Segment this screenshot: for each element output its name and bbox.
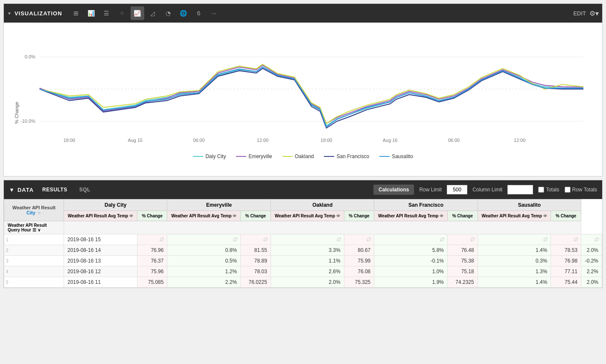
emery-eye-icon[interactable]: 👁 — [233, 214, 236, 218]
scatter-icon[interactable]: ⁘ — [115, 6, 129, 20]
viz-title: ▼ VISUALIZATION — [7, 10, 62, 17]
legend-sausalito: Sausalito — [379, 153, 413, 159]
saus-pct-val: 2.0% — [581, 277, 602, 288]
emery-pct-change-header: % Change — [241, 211, 271, 221]
svg-text:Aug 15: Aug 15 — [128, 137, 143, 142]
saus-pct-val: 2.0% — [581, 245, 602, 256]
emery-avg-val: 78.89 — [241, 256, 271, 266]
row-header-top: Weather API Result — [12, 205, 55, 210]
city-link[interactable]: City → — [26, 210, 41, 215]
sf-header: San Francisco — [374, 199, 478, 211]
sf-pct-val: 1.4% — [478, 277, 551, 288]
settings-icon[interactable]: ⚙▾ — [589, 9, 599, 17]
oakland-label: Oakland — [295, 153, 314, 159]
map-icon[interactable]: 🌐 — [177, 6, 190, 20]
oak-pct-val: 1.0% — [374, 266, 448, 277]
emeryville-color — [236, 156, 246, 157]
line-chart-icon[interactable]: 📈 — [131, 6, 144, 20]
sf-label: San Francisco — [336, 153, 369, 159]
row-number: 4 — [4, 266, 64, 277]
sausalito-color — [379, 156, 390, 157]
sf-avg-val: 75.18 — [448, 266, 478, 277]
table-row: 5 2019-08-16 11 75.085 2.2% 76.0225 2.0%… — [4, 277, 602, 288]
table-row: 1 2019-08-16 15 ∅ ∅ ∅ ∅ ∅ ∅ ∅ ∅ ∅ ∅ — [4, 234, 602, 245]
svg-text:12:00: 12:00 — [514, 137, 525, 142]
sf-avg-val: ∅ — [448, 234, 478, 245]
sausalito-header: Sausalito — [478, 199, 581, 211]
sf-eye-icon[interactable]: 👁 — [440, 214, 443, 218]
area-chart-icon[interactable]: ◿ — [146, 6, 160, 20]
sf-pct-val: 0.3% — [478, 256, 551, 266]
daly-pct-val: 0.8% — [167, 245, 241, 256]
chevron-icon[interactable]: ∨ — [38, 228, 41, 232]
data-toolbar: ▼ DATA RESULTS SQL Calculations Row Limi… — [4, 180, 602, 199]
daly-pct-val: ∅ — [167, 234, 241, 245]
saus-pct-change-header: % Change — [551, 211, 581, 221]
daly-eye-icon[interactable]: 👁 — [129, 214, 133, 218]
sf-pct-val: 1.3% — [478, 266, 551, 277]
oak-pct-change-header: % Change — [344, 211, 374, 221]
daly-avg-val: 76.37 — [137, 256, 167, 266]
table-icon[interactable]: ⊞ — [69, 6, 83, 20]
daly-pct-change-header: % Change — [137, 211, 167, 221]
date-cell: 2019-08-16 13 — [64, 256, 137, 266]
collapse-arrow[interactable]: ▼ — [7, 11, 12, 16]
oak-pct-val: ∅ — [374, 234, 448, 245]
oak-avg-val: 75.99 — [344, 256, 374, 266]
query-hour-header[interactable]: Weather API Result Query Hour ☰ ∨ — [4, 221, 64, 234]
data-collapse-arrow[interactable]: ▼ — [9, 187, 15, 193]
totals-checkbox-label[interactable]: Totals — [538, 187, 559, 193]
row-limit-input[interactable] — [447, 185, 467, 194]
more-icon[interactable]: ··· — [207, 6, 221, 20]
col-limit-input[interactable] — [507, 185, 533, 194]
saus-pct-val: 2.2% — [581, 266, 602, 277]
row-number: 5 — [4, 277, 64, 288]
visualization-panel: ▼ VISUALIZATION ⊞ 📊 ☰ ⁘ 📈 ◿ ◔ 🌐 6 ··· ED… — [3, 3, 603, 176]
data-panel: ▼ DATA RESULTS SQL Calculations Row Limi… — [3, 180, 603, 288]
svg-text:12:00: 12:00 — [257, 137, 268, 142]
list-icon[interactable]: ☰ — [100, 6, 114, 20]
results-tab[interactable]: RESULTS — [39, 185, 71, 194]
line-chart: 0.0% -10.0% 18:00 Aug 15 06:00 12:00 18:… — [14, 29, 592, 149]
svg-text:06:00: 06:00 — [193, 137, 204, 142]
svg-text:18:00: 18:00 — [64, 137, 75, 142]
emeryville-label: Emeryville — [248, 153, 272, 159]
oak-avg-val: 76.08 — [344, 266, 374, 277]
bar-chart-icon[interactable]: 📊 — [84, 6, 98, 20]
daly-avg-val: 75.96 — [137, 266, 167, 277]
daly-pct-val: 1.2% — [167, 266, 241, 277]
oak-eye-icon[interactable]: 👁 — [336, 214, 340, 218]
row-totals-checkbox-label[interactable]: Row Totals — [565, 187, 597, 193]
legend-emeryville: Emeryville — [236, 153, 272, 159]
sf-pct-val: 1.4% — [478, 245, 551, 256]
row-totals-checkbox[interactable] — [565, 187, 571, 193]
table-row: 2 2019-08-16 14 76.96 0.8% 81.55 3.3% 80… — [4, 245, 602, 256]
col-limit-label: Column Limit — [472, 187, 502, 193]
svg-text:Aug 16: Aug 16 — [383, 137, 398, 142]
data-title: ▼ DATA — [9, 187, 34, 193]
saus-eye-icon[interactable]: 👁 — [543, 214, 547, 218]
oak-pct-val: 1.9% — [374, 277, 448, 288]
number-icon[interactable]: 6 — [192, 6, 206, 20]
edit-button[interactable]: EDIT — [573, 10, 586, 17]
sort-icon[interactable]: ☰ — [32, 228, 36, 232]
date-cell: 2019-08-16 12 — [64, 266, 137, 277]
sf-avg-temp-header: Weather API Result Avg Temp 👁 — [374, 211, 448, 221]
row-number: 3 — [4, 256, 64, 266]
pie-chart-icon[interactable]: ◔ — [161, 6, 175, 20]
chart-legend: Daly City Emeryville Oakland San Francis… — [14, 150, 592, 161]
sausalito-label: Sausalito — [392, 153, 413, 159]
calculations-button[interactable]: Calculations — [373, 185, 414, 195]
daly-city-header: Daly City — [64, 199, 167, 211]
emery-pct-val: ∅ — [271, 234, 344, 245]
emery-pct-val: 2.6% — [271, 266, 344, 277]
emery-pct-val: 3.3% — [271, 245, 344, 256]
sql-tab[interactable]: SQL — [76, 185, 94, 194]
emery-pct-val: 1.1% — [271, 256, 344, 266]
daly-avg-val: 75.085 — [137, 277, 167, 288]
svg-text:18:00: 18:00 — [320, 137, 332, 142]
daly-avg-temp-header: Weather API Result Avg Temp 👁 — [64, 211, 137, 221]
emeryville-header: Emeryville — [167, 199, 271, 211]
saus-avg-val: 78.53 — [551, 245, 581, 256]
totals-checkbox[interactable] — [538, 187, 544, 193]
